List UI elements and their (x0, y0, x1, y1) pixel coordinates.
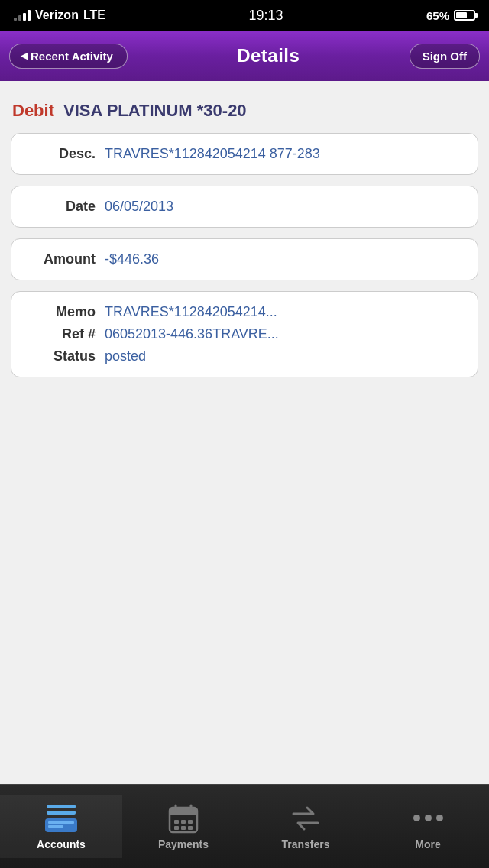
transaction-header: Debit VISA PLATINUM *30-20 (11, 95, 478, 133)
dot-1 (413, 815, 420, 821)
date-row: Date 06/05/2013 (27, 199, 462, 215)
svg-rect-0 (47, 805, 76, 808)
tab-transfers-label: Transfers (281, 838, 329, 850)
tab-accounts[interactable]: Accounts (0, 795, 122, 858)
battery-label: 65% (426, 9, 449, 22)
dot-3 (436, 815, 443, 821)
back-button[interactable]: Recent Activity (9, 44, 128, 69)
desc-row: Desc. TRAVRES*112842054214 877-283 (27, 146, 462, 162)
signoff-button[interactable]: Sign Off (410, 44, 480, 69)
svg-rect-1 (47, 811, 76, 815)
status-value: posted (105, 348, 462, 364)
network-label: LTE (83, 8, 105, 22)
tab-payments[interactable]: Payments (122, 795, 244, 858)
amount-value: -$446.36 (105, 251, 462, 267)
svg-rect-6 (170, 808, 197, 815)
dot-2 (425, 815, 432, 821)
carrier-label: Verizon (35, 8, 79, 22)
tab-more[interactable]: More (367, 795, 489, 858)
more-dots (413, 815, 443, 821)
time-label: 19:13 (248, 8, 283, 24)
ref-value: 06052013-446.36TRAVRE... (105, 326, 462, 342)
svg-rect-11 (188, 820, 193, 824)
tab-payments-label: Payments (158, 838, 209, 850)
svg-rect-4 (48, 825, 63, 828)
tab-transfers[interactable]: Transfers (244, 795, 367, 858)
battery-icon (454, 10, 475, 21)
svg-rect-9 (174, 820, 179, 824)
signal-icon (14, 10, 31, 21)
date-value: 06/05/2013 (105, 199, 462, 215)
nav-bar: Recent Activity Details Sign Off (0, 31, 489, 81)
memo-label: Memo (27, 304, 96, 320)
transfers-icon (289, 803, 322, 834)
ref-row: Ref # 06052013-446.36TRAVRE... (27, 326, 462, 342)
tab-more-label: More (415, 838, 440, 850)
svg-rect-10 (181, 820, 186, 824)
svg-rect-12 (174, 826, 179, 830)
desc-card: Desc. TRAVRES*112842054214 877-283 (11, 133, 478, 175)
amount-label: Amount (27, 251, 96, 267)
tab-accounts-label: Accounts (37, 838, 86, 850)
transaction-type: Debit (12, 101, 54, 121)
amount-card: Amount -$446.36 (11, 238, 478, 280)
memo-row: Memo TRAVRES*112842054214... (27, 304, 462, 320)
svg-rect-14 (188, 826, 193, 830)
date-card: Date 06/05/2013 (11, 186, 478, 228)
accounts-icon (44, 803, 78, 834)
amount-row: Amount -$446.36 (27, 251, 462, 267)
ref-label: Ref # (27, 326, 96, 342)
desc-value: TRAVRES*112842054214 877-283 (105, 146, 462, 162)
account-name: VISA PLATINUM *30-20 (63, 101, 247, 121)
more-icon (411, 803, 445, 834)
status-left: Verizon LTE (14, 8, 105, 22)
battery-fill (456, 12, 467, 18)
status-right: 65% (426, 9, 475, 22)
memo-value: TRAVRES*112842054214... (105, 304, 462, 320)
svg-rect-3 (48, 821, 74, 824)
payments-icon (167, 803, 200, 834)
status-row: Status posted (27, 348, 462, 364)
memo-card: Memo TRAVRES*112842054214... Ref # 06052… (11, 291, 478, 377)
date-label: Date (27, 199, 96, 215)
desc-label: Desc. (27, 146, 96, 162)
status-label: Status (27, 348, 96, 364)
page-title: Details (237, 45, 300, 66)
tab-bar: Accounts Payments (0, 784, 489, 868)
svg-rect-13 (181, 826, 186, 830)
status-bar: Verizon LTE 19:13 65% (0, 0, 489, 31)
main-content: Debit VISA PLATINUM *30-20 Desc. TRAVRES… (0, 81, 489, 784)
